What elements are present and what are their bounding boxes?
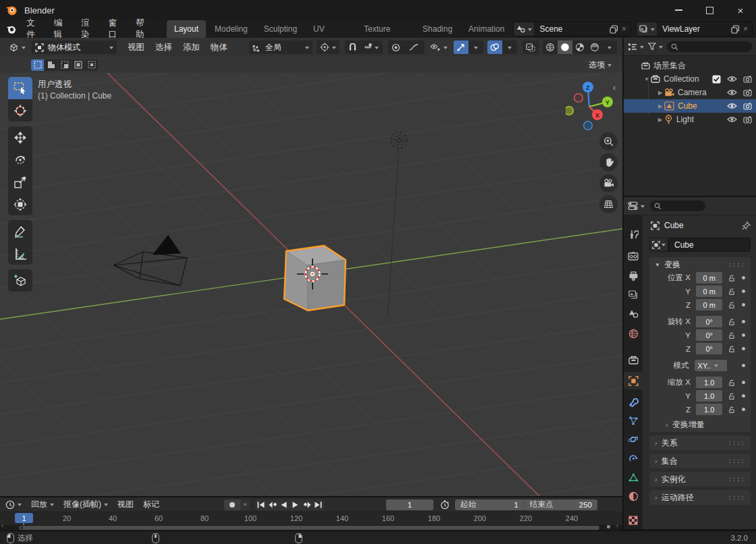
timeline-ruler[interactable]: 20406080100120140160180200220240 1: [0, 512, 622, 526]
proportional-falloff-selector[interactable]: [403, 40, 425, 54]
new-scene-icon[interactable]: [610, 25, 618, 34]
hide-eye-icon[interactable]: [727, 116, 737, 123]
shading-dropdown[interactable]: [602, 40, 617, 54]
tab-physics[interactable]: [624, 431, 643, 448]
outliner-filter-button[interactable]: [648, 43, 663, 51]
scene-browse-button[interactable]: [514, 22, 534, 36]
snap-target-selector[interactable]: [360, 40, 383, 54]
tool-rotate[interactable]: [8, 148, 32, 171]
select-mode-set[interactable]: [31, 59, 44, 71]
panel-drag-dots[interactable]: ::::: [728, 494, 745, 501]
visibility-dropdown[interactable]: [427, 40, 451, 54]
select-mode-subtract[interactable]: [58, 59, 71, 71]
animate-dot[interactable]: [742, 364, 745, 367]
disable-render-camera-icon[interactable]: [743, 89, 752, 97]
workspace-tab-uvediting[interactable]: UV Editing: [306, 20, 355, 38]
auto-keying-record-button[interactable]: [224, 499, 240, 510]
timeline-menu-playback[interactable]: 回放: [31, 499, 54, 510]
scroll-left-arrow[interactable]: ›: [1, 522, 3, 529]
tab-world[interactable]: [624, 325, 643, 342]
panel-relations[interactable]: ›关系 ::::: [649, 435, 751, 450]
properties-editor-type-button[interactable]: [628, 201, 645, 211]
object-id-browse-button[interactable]: [649, 238, 668, 252]
blender-menu-icon[interactable]: [6, 24, 16, 35]
transform-panel-header[interactable]: ▼ 变换 ::::: [649, 257, 751, 272]
shading-wireframe-button[interactable]: [543, 40, 558, 54]
tab-output[interactable]: [624, 267, 643, 285]
animate-dot[interactable]: [742, 276, 745, 279]
select-mode-intersect[interactable]: [85, 59, 98, 71]
hide-eye-icon[interactable]: [727, 89, 737, 96]
lock-icon[interactable]: [727, 318, 736, 326]
scale-y-field[interactable]: 1.0: [696, 390, 722, 402]
jump-to-end-button[interactable]: [313, 499, 324, 510]
outliner-editor-type-button[interactable]: [628, 43, 644, 51]
tool-options-button[interactable]: 选项: [589, 59, 612, 71]
properties-search-input[interactable]: [650, 200, 705, 211]
object-name-field[interactable]: Cube: [668, 238, 751, 252]
tab-material[interactable]: [624, 487, 643, 505]
tool-measure[interactable]: [8, 242, 32, 265]
outliner-row-camera[interactable]: ▶ Camera: [624, 86, 756, 99]
viewlayer-browse-button[interactable]: [637, 22, 657, 36]
rotation-x-field[interactable]: 0°: [696, 316, 722, 327]
outliner-row-light[interactable]: ▶ Light: [624, 113, 756, 126]
timeline-scrollbar[interactable]: [19, 526, 599, 530]
scale-x-field[interactable]: 1.0: [696, 377, 722, 388]
workspace-tab-layout[interactable]: Layout: [167, 20, 206, 38]
disable-render-camera-icon[interactable]: [743, 116, 752, 124]
location-x-field[interactable]: 0 m: [696, 272, 722, 283]
editor-type-button[interactable]: [5, 40, 29, 54]
camera-object[interactable]: [113, 236, 187, 285]
cube-object[interactable]: [284, 246, 346, 310]
tab-scene[interactable]: [624, 305, 643, 323]
gizmos-toggle[interactable]: [454, 40, 468, 54]
preview-range-clock-icon[interactable]: [440, 500, 450, 510]
current-frame-indicator[interactable]: 1: [15, 513, 33, 523]
camera-view-button[interactable]: [599, 174, 618, 192]
new-viewlayer-icon[interactable]: [731, 25, 740, 34]
remove-viewlayer-icon[interactable]: ×: [743, 24, 748, 34]
tab-collection[interactable]: [624, 351, 643, 369]
jump-to-start-button[interactable]: [255, 499, 267, 510]
shading-solid-button[interactable]: [558, 40, 572, 54]
scroll-dot[interactable]: [607, 525, 610, 528]
tab-tool[interactable]: [624, 225, 643, 243]
pin-icon[interactable]: [742, 221, 751, 230]
play-button[interactable]: [290, 499, 301, 510]
animate-dot[interactable]: [742, 394, 745, 398]
tab-modifiers[interactable]: [624, 393, 643, 410]
scale-z-field[interactable]: 1.0: [696, 404, 722, 415]
workspace-tab-animation[interactable]: Animation: [461, 20, 512, 38]
tab-particles[interactable]: [624, 412, 643, 429]
scroll-right-arrow[interactable]: ‹: [616, 522, 618, 529]
timeline-editor-type-button[interactable]: [5, 500, 22, 510]
xray-toggle[interactable]: [522, 40, 539, 54]
outliner-search-input[interactable]: [667, 41, 752, 52]
transform-orientation-selector[interactable]: 全局: [249, 40, 313, 54]
outliner-row-collection[interactable]: ▼ Collection: [624, 72, 756, 86]
animate-dot[interactable]: [742, 320, 745, 323]
animate-dot[interactable]: [742, 347, 745, 350]
disclosure-closed-icon[interactable]: ▶: [656, 103, 664, 109]
rotation-z-field[interactable]: 0°: [696, 343, 722, 354]
menu-render[interactable]: 渲染: [81, 18, 96, 40]
lock-icon[interactable]: [727, 274, 736, 282]
overlays-toggle[interactable]: [487, 40, 502, 54]
lock-icon[interactable]: [727, 331, 736, 339]
lock-icon[interactable]: [727, 301, 736, 309]
tab-texture[interactable]: [624, 512, 643, 529]
pan-button[interactable]: [599, 153, 618, 171]
panel-drag-dots[interactable]: ::::: [728, 476, 745, 483]
tool-move[interactable]: [8, 126, 32, 148]
orthographic-toggle-button[interactable]: [599, 195, 618, 213]
tab-view-layer[interactable]: [624, 286, 643, 304]
hide-eye-icon[interactable]: [727, 103, 737, 109]
menu-help[interactable]: 帮助: [136, 18, 151, 40]
hide-eye-icon[interactable]: [727, 76, 737, 82]
disable-render-camera-icon[interactable]: [743, 76, 752, 83]
tab-object-data[interactable]: [624, 468, 643, 486]
close-button[interactable]: ×: [725, 0, 756, 20]
viewlayer-name[interactable]: ViewLayer: [657, 24, 731, 34]
workspace-tab-texturepaint[interactable]: Texture Paint: [356, 20, 414, 38]
